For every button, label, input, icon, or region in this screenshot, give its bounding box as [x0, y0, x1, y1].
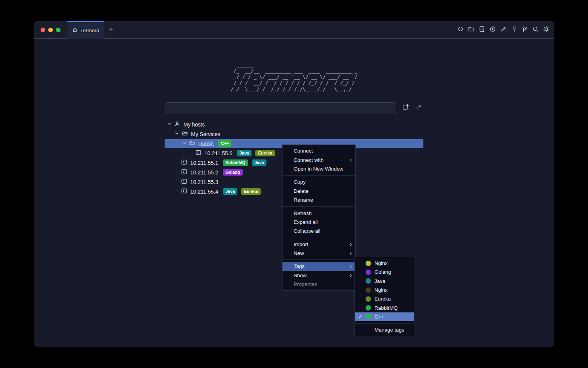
tag-pill: Java — [223, 188, 237, 195]
menu-item-expand-all[interactable]: Expand all — [283, 218, 355, 227]
menu-item-tags[interactable]: Tags — [283, 262, 355, 271]
home-icon — [72, 27, 78, 34]
tag-color-dot — [366, 269, 371, 275]
code-icon — [457, 26, 464, 34]
tag-pill: Java — [237, 150, 252, 156]
menu-item-delete[interactable]: Delete — [283, 187, 355, 196]
menu-item-import[interactable]: Import — [283, 240, 355, 249]
menu-separator — [283, 175, 355, 176]
tree-label: My Services — [190, 131, 221, 137]
chevron-down-icon[interactable] — [174, 131, 180, 137]
tab-termora[interactable]: Termora — [67, 21, 104, 39]
tag-pill: Eureka — [241, 188, 261, 195]
key-icon — [511, 26, 518, 34]
manage-tags-button[interactable]: Manage tags — [355, 325, 414, 334]
toolbar — [457, 21, 550, 39]
minimize-window-button[interactable] — [48, 28, 53, 32]
menu-item-copy[interactable]: Copy — [283, 177, 355, 186]
tag-color-dot — [366, 305, 371, 310]
terminal-icon — [195, 150, 201, 157]
submenu-item-tag[interactable]: Eureka — [355, 294, 414, 303]
key-button[interactable] — [511, 26, 518, 33]
submenu-arrow-icon — [350, 250, 352, 256]
collapse-all-icon — [415, 104, 423, 113]
app-window: Termora — [34, 21, 554, 347]
search-button[interactable] — [532, 26, 539, 33]
tree-label: 10.211.55.6 — [204, 150, 233, 156]
tree-row-my-hosts[interactable]: My hosts — [165, 120, 423, 129]
titlebar: Termora — [34, 21, 554, 39]
search-row — [165, 102, 423, 114]
search-input[interactable] — [165, 102, 396, 114]
record-icon — [489, 26, 496, 34]
menu-item-collapse-all[interactable]: Collapse all — [283, 227, 355, 235]
folder-button[interactable] — [468, 26, 475, 33]
branch-icon — [521, 26, 528, 34]
tree-label: Rabbit — [198, 141, 214, 147]
app-logo-ascii: ______ /_ __/__ _________ ___ ____ _____… — [165, 62, 423, 92]
submenu-item-tag-checked[interactable]: C++ — [355, 312, 414, 321]
tree-label: 10.211.55.1 — [189, 160, 219, 166]
tree-label: 10.211.55.3 — [189, 179, 219, 185]
tag-pill: C++ — [218, 140, 232, 147]
new-tab-button[interactable] — [106, 25, 116, 34]
folder-open-icon — [189, 140, 195, 147]
menu-separator — [355, 323, 414, 324]
tree-label: 10.211.55.4 — [189, 189, 219, 195]
tag-color-dot — [366, 278, 371, 284]
tree-label: My hosts — [183, 122, 206, 128]
submenu-item-tag[interactable]: Nginx — [355, 259, 414, 268]
add-host-button[interactable] — [401, 104, 410, 112]
plus-icon — [108, 26, 114, 34]
tag-color-dot — [366, 288, 371, 293]
submenu-arrow-icon — [350, 263, 352, 269]
search-icon — [532, 26, 539, 34]
submenu-arrow-icon — [350, 157, 352, 163]
submenu-item-tag[interactable]: RabbitMQ — [355, 303, 414, 312]
chevron-down-icon[interactable] — [167, 121, 172, 128]
submenu-item-tag[interactable]: Java — [355, 277, 414, 286]
settings-button[interactable] — [543, 26, 550, 33]
check-icon — [358, 314, 366, 320]
tag-color-dot — [366, 261, 371, 266]
submenu-arrow-icon — [350, 272, 352, 278]
menu-separator — [283, 260, 355, 260]
tag-pill: Golang — [223, 169, 243, 176]
chevron-down-icon[interactable] — [181, 140, 187, 147]
user-icon — [174, 121, 180, 128]
tree-row-my-services[interactable]: My Services — [165, 129, 423, 139]
menu-item-connect[interactable]: Connect — [283, 146, 355, 155]
menu-item-refresh[interactable]: Refresh — [283, 209, 355, 217]
code-button[interactable] — [457, 26, 464, 33]
record-button[interactable] — [489, 26, 496, 33]
menu-item-properties: Properties — [283, 280, 355, 289]
ascii-art: ______ /_ __/__ _________ ___ ____ _____… — [230, 62, 357, 92]
menu-item-rename[interactable]: Rename — [283, 196, 355, 204]
submenu-item-tag[interactable]: Golang — [355, 268, 414, 276]
folder-open-icon — [182, 130, 188, 138]
menu-item-open-in-new-window[interactable]: Open in New Window — [283, 164, 355, 173]
zoom-window-button[interactable] — [56, 28, 60, 32]
tag-color-dot — [366, 296, 371, 302]
menu-separator — [283, 238, 355, 238]
terminal-icon — [181, 159, 187, 166]
menu-separator — [283, 206, 355, 207]
submenu-arrow-icon — [350, 241, 352, 247]
submenu-item-tag[interactable]: Nginx — [355, 286, 414, 294]
edit-button[interactable] — [500, 26, 507, 33]
tab-label: Termora — [80, 28, 100, 33]
collapse-all-button[interactable] — [415, 104, 423, 112]
log-icon — [479, 26, 485, 34]
menu-item-connect-with[interactable]: Connect with — [283, 155, 355, 164]
tag-pill: Eureka — [255, 150, 275, 156]
menu-item-show[interactable]: Show — [283, 271, 355, 280]
branch-button[interactable] — [521, 26, 528, 33]
edit-icon — [500, 26, 507, 34]
context-menu: Connect Connect with Open in New Window … — [282, 145, 356, 291]
tag-color-dot — [366, 314, 371, 319]
add-host-icon — [402, 104, 409, 113]
log-button[interactable] — [479, 26, 485, 33]
close-window-button[interactable] — [41, 28, 45, 32]
menu-item-new[interactable]: New — [283, 249, 355, 258]
tag-pill: RabbitMQ — [223, 159, 248, 166]
